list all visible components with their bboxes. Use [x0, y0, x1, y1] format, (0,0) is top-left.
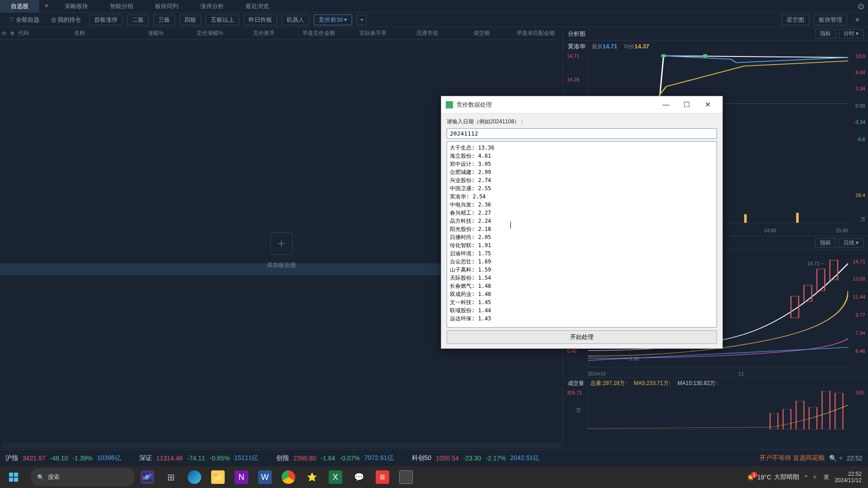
avg-value: 14.37: [635, 43, 650, 50]
pill-auction-top30[interactable]: 竞价前30 ▾: [314, 14, 352, 25]
pill-third-board[interactable]: 三板: [153, 14, 175, 25]
ticker-kc50-name: 科创50: [412, 454, 432, 462]
refresh-icon[interactable]: ⟳: [0, 30, 8, 37]
minimize-button[interactable]: ―: [656, 101, 676, 109]
explorer-icon[interactable]: 📁: [207, 466, 229, 488]
heart-icon: ♡: [9, 16, 14, 23]
pill-robot[interactable]: 机器人: [282, 14, 309, 25]
weather-widget[interactable]: ☀️1 18°C 大部晴朗: [747, 473, 799, 481]
pill-first-board[interactable]: 首板涨停: [89, 14, 123, 25]
latest-label: 最新: [592, 43, 603, 50]
tab-limit-up[interactable]: 涨停分析: [189, 0, 235, 12]
tray-chevron-icon[interactable]: ^: [805, 474, 807, 480]
word-icon[interactable]: W: [254, 466, 276, 488]
tab-strategy[interactable]: 策略板块: [54, 0, 99, 12]
index-ticker: 沪指 3421.97 -48.10 -1.39% 10396亿 深证 11314…: [0, 449, 868, 466]
chevron-down-icon: ▾: [344, 16, 347, 23]
latest-value: 14.71: [603, 43, 618, 50]
add-stock-button[interactable]: +: [270, 232, 293, 255]
col-auction-change[interactable]: 竞价涨幅%: [183, 29, 237, 37]
all-watchlist[interactable]: ♡全部自选: [5, 14, 43, 25]
volume-title: 成交量: [568, 380, 584, 387]
pill-yesterday-bomb[interactable]: 昨日炸板: [244, 14, 277, 25]
analysis-title: 分析图: [568, 30, 585, 38]
onenote-icon[interactable]: N: [231, 466, 252, 488]
pill-fifth-plus[interactable]: 五板以上: [206, 14, 239, 25]
search-icon: 🔍: [37, 474, 44, 481]
toolbar: ♡全部自选 ◎我的持仓 首板涨停 二板 三板 四板 五板以上 昨日炸板 机器人 …: [0, 13, 868, 27]
top-tabs: 自选股 ≡ 策略板块 智能分组 板块同列 涨停分析 最近浏览 ⊙: [0, 0, 868, 13]
add-stock-label: 添加板块股: [267, 261, 296, 269]
text-cursor: [510, 221, 511, 229]
pill-fourth-board[interactable]: 四板: [179, 14, 201, 25]
cortana-icon[interactable]: 🌌: [137, 466, 158, 488]
close-button[interactable]: ✕: [697, 100, 718, 109]
stock-info: 英洛华 最新14.71 均价14.37: [563, 41, 868, 52]
col-change[interactable]: 涨幅%: [128, 29, 183, 37]
col-float-cap[interactable]: 流通市值: [400, 29, 454, 37]
wifi-icon[interactable]: ᯤ: [813, 474, 818, 480]
chrome-icon[interactable]: [278, 466, 299, 488]
ticker-promo[interactable]: 开户不等待 首选同花顺: [760, 454, 825, 462]
col-real-turnover[interactable]: 实际换手率: [346, 29, 400, 37]
gear-icon[interactable]: ✻: [8, 30, 16, 37]
start-process-button[interactable]: 开始处理: [447, 330, 717, 344]
svg-rect-11: [804, 285, 811, 301]
h-scrollbar[interactable]: [1, 443, 561, 448]
kline-indicator-button[interactable]: 指标: [815, 238, 836, 248]
col-volume[interactable]: 成交额: [454, 29, 509, 37]
svg-rect-9: [796, 213, 799, 223]
manage-sector-button[interactable]: 板块管理: [814, 14, 847, 25]
svg-rect-19: [835, 393, 843, 429]
task-view-icon[interactable]: ⊞: [160, 466, 182, 488]
col-auction-amount[interactable]: 早盘竞价金额: [291, 29, 345, 37]
volume-bar: 成交量 总量:297.18万 MA5:233.71万 MA10:130.82万: [563, 377, 868, 389]
ticker-sz-name: 深证: [139, 454, 152, 462]
stock-app-icon[interactable]: 股: [372, 466, 393, 488]
timeframe-button[interactable]: 分时 ▾: [839, 29, 863, 38]
ticker-cyb-name: 创指: [276, 454, 289, 462]
result-list[interactable]: 大千生态: 13.36 海立股份: 4.61 郑中设计: 3.05 合肥城建: …: [447, 141, 717, 328]
weather-icon: ☀️1: [747, 474, 755, 481]
search-icon[interactable]: 🔍: [829, 455, 837, 462]
auction-data-dialog: 竞价数据处理 ― ☐ ✕ 请输入日期（例如20241108）： 大千生态: 13…: [441, 96, 723, 349]
col-name[interactable]: 名称: [72, 29, 128, 37]
terminal-icon[interactable]: [395, 466, 417, 488]
clock[interactable]: 22:52 2024/11/12: [835, 471, 862, 484]
my-holdings[interactable]: ◎我的持仓: [47, 14, 85, 25]
tab-recent[interactable]: 最近浏览: [235, 0, 280, 12]
tab-menu-icon[interactable]: ≡: [39, 0, 54, 12]
edge-icon[interactable]: [184, 466, 205, 488]
avg-label: 均价: [624, 43, 635, 50]
volume-chart[interactable]: 325.71 万 325.: [563, 389, 868, 438]
wechat-icon[interactable]: 💬: [348, 466, 370, 488]
system-tray: ☀️1 18°C 大部晴朗 ^ ᯤ 英 22:52 2024/11/12: [747, 471, 868, 484]
top-right-menu[interactable]: ⊙: [854, 0, 868, 12]
svg-point-3: [703, 54, 708, 58]
list-menu-icon[interactable]: ≡: [852, 15, 863, 24]
star-chart-button[interactable]: 星空图: [782, 14, 809, 25]
tab-watchlist[interactable]: 自选股: [0, 0, 39, 12]
excel-icon[interactable]: X: [325, 466, 346, 488]
svg-rect-18: [822, 391, 830, 429]
date-input[interactable]: [447, 128, 717, 139]
dialog-titlebar: 竞价数据处理 ― ☐ ✕: [441, 96, 722, 113]
maximize-button[interactable]: ☐: [676, 100, 697, 109]
taskbar-search[interactable]: 🔍 搜索: [31, 468, 135, 486]
add-pill-button[interactable]: +: [357, 15, 367, 25]
pill-second-board[interactable]: 二板: [127, 14, 149, 25]
indicator-button[interactable]: 指标: [815, 29, 836, 38]
kline-daily-button[interactable]: 日线 ▾: [839, 238, 863, 248]
start-button[interactable]: [0, 466, 27, 488]
col-auction-turnover[interactable]: 竞价换手: [237, 29, 291, 37]
tab-smart-group[interactable]: 智能分组: [99, 0, 144, 12]
svg-rect-15: [783, 409, 791, 430]
ime-indicator[interactable]: 英: [824, 474, 829, 481]
svg-rect-8: [744, 214, 747, 223]
stock-name: 英洛华: [568, 42, 585, 51]
col-code[interactable]: 代码: [16, 29, 72, 37]
col-unmatched[interactable]: 早盘未匹配金额: [509, 29, 563, 37]
tab-sector[interactable]: 板块同列: [144, 0, 189, 12]
star-app-icon[interactable]: ⭐: [301, 466, 323, 488]
taskbar: 🔍 搜索 🌌 ⊞ 📁 N W ⭐ X 💬 股 ☀️1 18°C 大部晴朗 ^ ᯤ…: [0, 466, 868, 488]
